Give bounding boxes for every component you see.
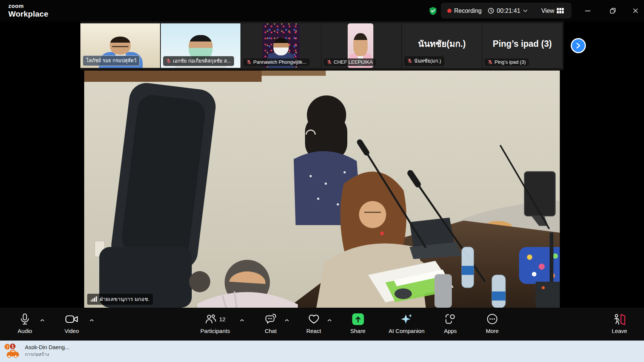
speaker-name: ฝ่ายเลขานุการ มกอช. [100, 295, 149, 303]
apps-button[interactable]: Apps [444, 313, 457, 334]
widget-subtitle: การก่อสร้าง [25, 351, 69, 358]
clock-icon [488, 8, 494, 14]
participant-name-label: เอกชัย ก่อเกียรติสกุลชัย ส... [163, 56, 234, 66]
more-button[interactable]: More [486, 313, 499, 334]
widget-title: Asok-Din Daeng... [25, 344, 69, 350]
audio-button[interactable]: Audio [18, 313, 32, 334]
taskbar-widget[interactable]: ! 1 Asok-Din Daeng... การก่อสร้าง [5, 344, 69, 359]
meeting-timer[interactable]: 00:21:41 [488, 0, 528, 21]
ai-companion-button[interactable]: AI Companion [388, 313, 424, 334]
heart-icon [308, 314, 319, 324]
share-screen-icon [352, 313, 364, 325]
participant-name-label: โสภัชย์ รอธ กรมปศุสัตว์ [83, 55, 140, 66]
mic-muted-icon [407, 58, 412, 63]
participant-filmstrip: โสภัชย์ รอธ กรมปศุสัตว์ เอกชัย ก่อเกียรต… [80, 21, 564, 70]
more-ellipsis-icon [487, 313, 498, 325]
brand-zoom: zoom [8, 3, 48, 9]
leave-button[interactable]: Leave [612, 313, 627, 334]
mic-muted-icon [247, 60, 251, 64]
mic-muted-icon [327, 60, 332, 64]
participant-name-label: Pannawich Phongvijitk... [243, 58, 310, 66]
widget-badge: 1 [9, 343, 16, 350]
recording-label: Recording [454, 8, 482, 14]
participant-name-label: CHEF LEEPIJIKA [324, 58, 376, 66]
windows-taskbar: ! 1 Asok-Din Daeng... การก่อสร้าง [0, 341, 644, 362]
recording-dot-icon [447, 9, 451, 13]
participant-tile-1[interactable]: โสภัชย์ รอธ กรมปศุสัตว์ [80, 23, 160, 68]
participant-tile-3[interactable]: Pannawich Phongvijitk... [241, 23, 321, 68]
next-participants-button[interactable] [571, 38, 586, 53]
chevron-right-icon [576, 43, 581, 49]
camera-icon [65, 314, 78, 324]
participant-tile-2[interactable]: เอกชัย ก่อเกียรติสกุลชัย ส... [161, 23, 240, 68]
participant-tile-4[interactable]: CHEF LEEPIJIKA [322, 23, 401, 68]
share-button[interactable]: Share [350, 313, 365, 334]
close-button[interactable] [627, 0, 644, 21]
apps-icon [445, 313, 456, 325]
video-options-chevron[interactable] [89, 317, 94, 324]
active-speaker-label: ฝ่ายเลขานุการ มกอช. [87, 294, 153, 305]
security-shield-icon[interactable] [429, 0, 437, 21]
participant-tile-6[interactable]: Ping’s ipad (3) Ping’s ipad (3) [482, 23, 562, 68]
gallery-view-icon [557, 8, 564, 14]
view-label: View [541, 8, 554, 14]
microphone-icon [20, 313, 30, 325]
participants-count: 12 [219, 316, 226, 322]
participants-options-chevron[interactable] [239, 317, 245, 324]
ai-sparkle-icon [401, 313, 413, 325]
zoom-workplace-logo: zoom Workplace [8, 3, 48, 18]
signal-bars-icon [91, 296, 97, 302]
view-button[interactable]: View [541, 0, 564, 21]
timer-value: 00:21:41 [497, 8, 520, 14]
recording-indicator[interactable]: Recording [447, 0, 482, 21]
title-bar: zoom Workplace Recording 00:21:41 View [0, 0, 644, 21]
restore-button[interactable] [604, 0, 621, 21]
react-button[interactable]: React [306, 313, 321, 334]
minimize-button[interactable] [579, 0, 596, 21]
participants-button[interactable]: 12 Participants [200, 313, 230, 334]
chat-icon [265, 314, 276, 325]
main-speaker-video: ฝ่ายเลขานุการ มกอช. [84, 71, 560, 308]
participant-name-label: Ping’s ipad (3) [485, 58, 529, 66]
chevron-down-icon [523, 9, 528, 12]
chat-options-chevron[interactable] [284, 317, 290, 324]
meeting-room-scene [84, 71, 560, 308]
mic-muted-icon [488, 60, 493, 64]
participant-tile-5[interactable]: นันทชัย(มก.) นันทชัย(มก.) [402, 23, 482, 68]
participants-icon [205, 314, 216, 324]
brand-workplace: Workplace [8, 10, 48, 18]
audio-options-chevron[interactable] [40, 317, 45, 324]
react-options-chevron[interactable] [327, 317, 332, 324]
video-button[interactable]: Video [65, 313, 79, 334]
chat-button[interactable]: Chat [265, 313, 277, 334]
meeting-toolbar: Audio Video 12 Participants Chat React [0, 308, 644, 341]
leave-door-icon [613, 313, 626, 325]
participant-name-label: นันทชัย(มก.) [404, 56, 444, 66]
zoom-meeting-window: zoom Workplace Recording 00:21:41 View [0, 0, 644, 362]
mic-muted-icon [166, 58, 171, 63]
